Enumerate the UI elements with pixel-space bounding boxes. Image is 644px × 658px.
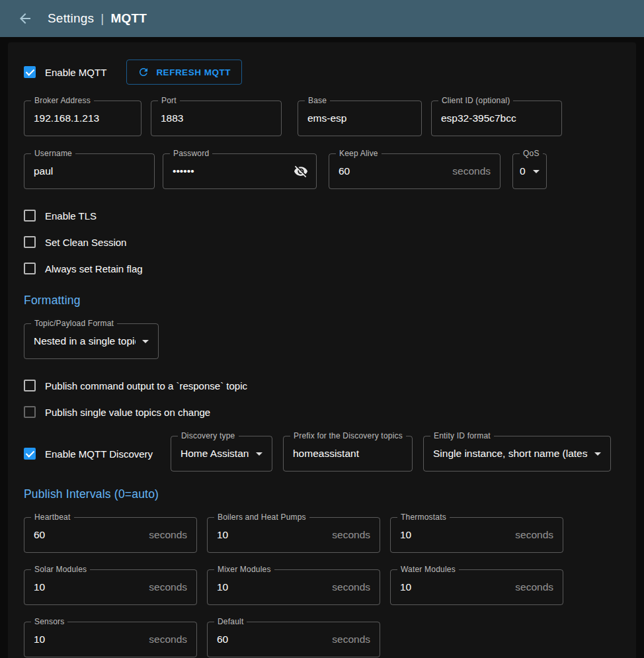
title-separator: | [101,11,104,26]
publish-single-label: Publish single value topics on change [45,407,210,418]
visibility-off-icon [294,164,308,179]
back-button[interactable] [12,5,38,32]
discovery-prefix-field-value: homeassistant [293,448,403,460]
formatting-heading: Formatting [24,294,620,308]
discovery-type-select-label: Discovery type [178,431,239,440]
enable-discovery-checkbox-row[interactable]: Enable MQTT Discovery [24,448,171,460]
boilers-field-value: 10 [217,529,327,541]
sensors-field-value: 10 [34,634,143,645]
water-modules-field-value: 10 [400,581,510,593]
base-field-value: ems-esp [307,112,412,124]
base-field[interactable]: Base ems-esp [298,101,422,136]
discovery-prefix-field[interactable]: Prefix for the Discovery topics homeassi… [283,436,413,472]
client-id-field-label: Client ID (optional) [438,96,513,105]
refresh-icon [138,66,149,78]
broker-address-field[interactable]: Broker Address 192.168.1.213 [24,101,141,136]
topic-format-select-value: Nested in a single topic [34,335,136,347]
boilers-field-suffix: seconds [332,529,370,541]
publish-response-label: Publish command output to a `response` t… [45,380,247,391]
topic-format-select-label: Topic/Payload Format [31,319,117,328]
publish-response-checkbox-row[interactable]: Publish command output to a `response` t… [24,378,620,393]
solar-modules-field-value: 10 [34,581,143,593]
sensors-field[interactable]: Sensors 10 seconds [24,622,197,657]
topic-format-select[interactable]: Topic/Payload Format Nested in a single … [24,323,159,359]
qos-select-value: 0 [520,165,526,177]
page-title: Settings | MQTT [48,11,147,26]
password-field-value: •••••• [173,165,291,177]
settings-card: Enable MQTT REFRESH MQTT Broker Address … [8,42,636,658]
retain-flag-checkbox-row[interactable]: Always set Retain flag [24,261,620,276]
heartbeat-field-suffix: seconds [149,529,187,541]
default-field-label: Default [214,617,247,626]
clean-session-checkbox-row[interactable]: Set Clean Session [24,234,620,250]
sensors-field-suffix: seconds [149,634,187,645]
qos-select-label: QoS [520,149,543,158]
mixer-modules-field-suffix: seconds [332,581,370,593]
arrow-back-icon [17,11,33,26]
app-bar: Settings | MQTT [0,0,644,37]
discovery-type-select[interactable]: Discovery type Home Assistant [171,436,272,472]
solar-modules-field-suffix: seconds [149,581,187,593]
password-field[interactable]: Password •••••• [163,153,317,189]
dropdown-arrow-icon [142,340,149,343]
enable-discovery-checkbox[interactable] [24,448,36,460]
discovery-type-select-value: Home Assistant [181,448,249,460]
broker-address-field-label: Broker Address [31,96,94,105]
heartbeat-field[interactable]: Heartbeat 60 seconds [24,517,197,553]
thermostats-field-value: 10 [400,529,510,541]
boilers-field[interactable]: Boilers and Heat Pumps 10 seconds [207,517,380,553]
default-field[interactable]: Default 60 seconds [207,622,380,657]
broker-address-field-value: 192.168.1.213 [34,112,132,124]
publish-single-checkbox[interactable] [24,406,36,418]
port-field-value: 1883 [161,112,272,124]
thermostats-field-suffix: seconds [515,529,553,541]
title-settings: Settings [48,11,94,26]
default-field-suffix: seconds [332,634,370,645]
port-field[interactable]: Port 1883 [151,101,282,136]
default-field-value: 60 [217,634,327,645]
mixer-modules-field-value: 10 [217,581,327,593]
thermostats-field-label: Thermostats [397,513,450,522]
toggle-password-visibility-button[interactable] [291,161,311,181]
enable-mqtt-checkbox-row[interactable]: Enable MQTT [24,66,106,78]
enable-mqtt-checkbox[interactable] [24,66,36,78]
username-field-label: Username [31,149,75,158]
water-modules-field[interactable]: Water Modules 10 seconds [390,569,563,605]
sensors-field-label: Sensors [31,617,67,626]
enable-tls-checkbox[interactable] [24,210,36,222]
keep-alive-field-label: Keep Alive [336,149,382,158]
password-field-label: Password [170,149,212,158]
retain-flag-checkbox[interactable] [24,263,36,274]
publish-single-checkbox-row[interactable]: Publish single value topics on change [24,404,620,420]
publish-intervals-heading: Publish Intervals (0=auto) [24,487,620,501]
enable-tls-checkbox-row[interactable]: Enable TLS [24,208,620,224]
dropdown-arrow-icon [533,170,540,173]
intervals-grid: Heartbeat 60 seconds Boilers and Heat Pu… [24,517,620,657]
port-field-label: Port [158,96,180,105]
refresh-mqtt-button-label: REFRESH MQTT [156,67,231,77]
publish-response-checkbox[interactable] [24,380,36,391]
discovery-row: Enable MQTT Discovery Discovery type Hom… [24,436,620,472]
heartbeat-field-value: 60 [34,529,143,541]
water-modules-field-suffix: seconds [515,581,553,593]
clean-session-checkbox[interactable] [24,236,36,248]
thermostats-field[interactable]: Thermostats 10 seconds [390,517,563,553]
enable-mqtt-row: Enable MQTT REFRESH MQTT [24,60,620,85]
qos-select[interactable]: QoS 0 [512,153,547,189]
dropdown-arrow-icon [256,452,262,456]
refresh-mqtt-button[interactable]: REFRESH MQTT [126,60,242,85]
entity-format-select[interactable]: Entity ID format Single instance, short … [423,436,611,472]
title-mqtt: MQTT [110,11,147,26]
base-field-label: Base [305,96,330,105]
connection-row-1: Broker Address 192.168.1.213 Port 1883 B… [24,101,620,136]
clean-session-label: Set Clean Session [45,237,126,248]
mixer-modules-field[interactable]: Mixer Modules 10 seconds [207,569,380,605]
keep-alive-field[interactable]: Keep Alive 60 seconds [329,153,501,189]
discovery-prefix-field-label: Prefix for the Discovery topics [290,431,406,440]
solar-modules-field[interactable]: Solar Modules 10 seconds [24,569,197,605]
username-field[interactable]: Username paul [24,153,155,189]
keep-alive-field-suffix: seconds [452,165,491,177]
solar-modules-field-label: Solar Modules [31,565,90,574]
entity-format-select-label: Entity ID format [430,431,494,440]
client-id-field[interactable]: Client ID (optional) esp32-395c7bcc [431,101,562,136]
